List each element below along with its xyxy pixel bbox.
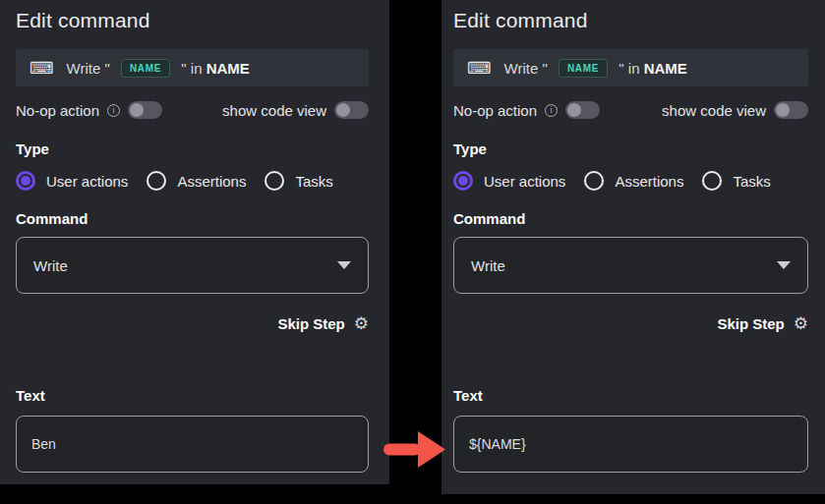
summary-target-name: NAME: [644, 60, 687, 77]
command-select-value: Write: [471, 257, 505, 274]
skip-step-row: Skip Step ⚙: [16, 315, 369, 332]
show-code-view-label: show code view: [662, 102, 766, 119]
radio-label: User actions: [484, 173, 565, 190]
summary-text-middle: " in: [177, 60, 206, 77]
keyboard-icon: ⌨: [29, 60, 54, 77]
radio-option-tasks[interactable]: Tasks: [702, 171, 770, 191]
type-radio-group: User actions Assertions Tasks: [453, 171, 808, 191]
skip-step-row: Skip Step ⚙: [453, 315, 808, 332]
command-label: Command: [16, 210, 369, 227]
info-icon[interactable]: i: [107, 104, 120, 117]
code-view-group: show code view: [222, 101, 369, 119]
radio-label: Tasks: [733, 173, 770, 190]
command-summary-bar: ⌨ Write " NAME " in NAME: [16, 49, 369, 86]
info-icon[interactable]: i: [545, 104, 558, 117]
command-select[interactable]: Write: [16, 237, 369, 294]
text-input-value: ${NAME}: [469, 436, 526, 452]
command-label: Command: [453, 210, 808, 227]
noop-action-toggle[interactable]: [128, 101, 162, 119]
noop-action-label: No-op action: [453, 102, 537, 119]
noop-action-group: No-op action i: [453, 101, 600, 119]
page-title: Edit command: [453, 8, 808, 32]
toggles-row: No-op action i show code view: [16, 101, 369, 119]
show-code-view-toggle[interactable]: [334, 101, 369, 119]
type-label: Type: [453, 140, 808, 157]
text-input[interactable]: Ben: [16, 416, 369, 473]
toggles-row: No-op action i show code view: [453, 101, 808, 119]
radio-icon[interactable]: [265, 171, 284, 191]
gear-icon[interactable]: ⚙: [794, 315, 808, 332]
radio-option-assertions[interactable]: Assertions: [147, 171, 246, 191]
chevron-down-icon: [777, 261, 791, 269]
command-select[interactable]: Write: [453, 237, 808, 294]
keyboard-icon: ⌨: [467, 60, 492, 77]
chevron-down-icon: [337, 261, 351, 269]
radio-option-assertions[interactable]: Assertions: [584, 171, 683, 191]
radio-label: User actions: [46, 173, 128, 190]
radio-label: Assertions: [177, 173, 246, 190]
radio-icon[interactable]: [147, 171, 166, 191]
text-input[interactable]: ${NAME}: [453, 416, 808, 473]
type-label: Type: [16, 140, 369, 157]
summary-text-prefix: Write ": [67, 60, 114, 77]
summary-target-name: NAME: [206, 60, 250, 77]
skip-step-label: Skip Step: [277, 315, 344, 332]
command-select-value: Write: [33, 257, 68, 274]
noop-action-group: No-op action i: [16, 101, 162, 119]
radio-selected-icon[interactable]: [453, 171, 473, 191]
summary-text-prefix: Write ": [504, 60, 552, 77]
show-code-view-label: show code view: [222, 102, 326, 119]
variable-chip: NAME: [559, 59, 608, 78]
radio-label: Tasks: [295, 173, 332, 190]
summary-text-middle: " in: [615, 60, 644, 77]
text-label: Text: [16, 387, 369, 404]
text-input-value: Ben: [31, 436, 56, 452]
arrow-right-icon: [383, 429, 448, 469]
skip-step-label: Skip Step: [717, 315, 784, 332]
command-summary-bar: ⌨ Write " NAME " in NAME: [453, 49, 808, 86]
variable-chip: NAME: [121, 59, 170, 78]
radio-icon[interactable]: [584, 171, 604, 191]
gear-icon[interactable]: ⚙: [354, 315, 369, 332]
radio-option-tasks[interactable]: Tasks: [265, 171, 332, 191]
noop-action-label: No-op action: [16, 102, 99, 119]
show-code-view-toggle[interactable]: [774, 101, 808, 119]
radio-option-user-actions[interactable]: User actions: [453, 171, 565, 191]
type-radio-group: User actions Assertions Tasks: [16, 171, 369, 191]
radio-icon[interactable]: [702, 171, 722, 191]
radio-option-user-actions[interactable]: User actions: [16, 171, 128, 191]
text-label: Text: [453, 387, 808, 404]
page-title: Edit command: [16, 8, 369, 32]
radio-selected-icon[interactable]: [16, 171, 35, 191]
radio-label: Assertions: [615, 173, 683, 190]
edit-command-dialog-after: Edit command ⌨ Write " NAME " in NAME No…: [442, 0, 825, 494]
code-view-group: show code view: [662, 101, 808, 119]
noop-action-toggle[interactable]: [565, 101, 600, 119]
edit-command-dialog-before: Edit command ⌨ Write " NAME " in NAME No…: [0, 0, 389, 484]
